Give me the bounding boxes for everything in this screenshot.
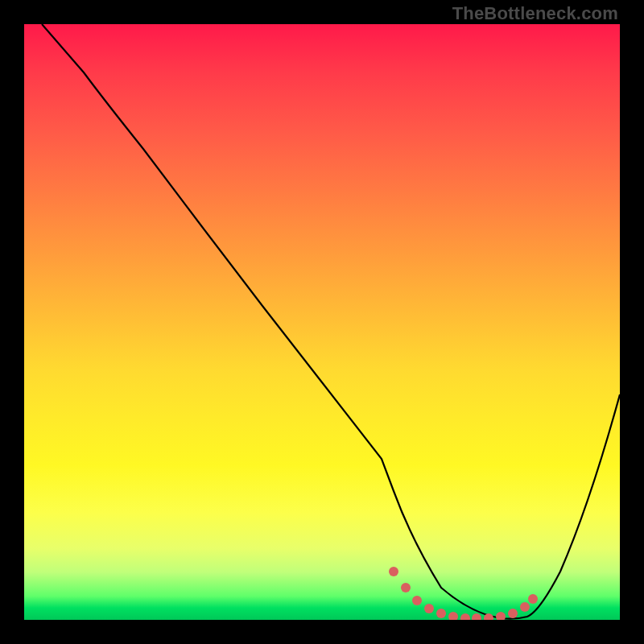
svg-point-1 [401, 583, 411, 592]
plot-area [24, 24, 620, 620]
svg-point-12 [528, 594, 538, 604]
svg-point-2 [412, 596, 422, 605]
optimal-zone-dots [389, 567, 538, 620]
watermark-text: TheBottleneck.com [452, 3, 618, 24]
svg-point-10 [508, 609, 518, 618]
svg-point-5 [448, 612, 458, 620]
svg-point-7 [472, 613, 481, 620]
curve-svg [24, 24, 620, 620]
svg-point-6 [460, 613, 470, 620]
svg-point-11 [520, 602, 530, 612]
bottleneck-curve-line [42, 24, 620, 619]
svg-point-3 [424, 604, 434, 613]
svg-point-0 [389, 567, 398, 576]
chart-container: TheBottleneck.com [0, 0, 644, 644]
svg-point-9 [496, 612, 506, 620]
svg-point-4 [436, 609, 446, 618]
